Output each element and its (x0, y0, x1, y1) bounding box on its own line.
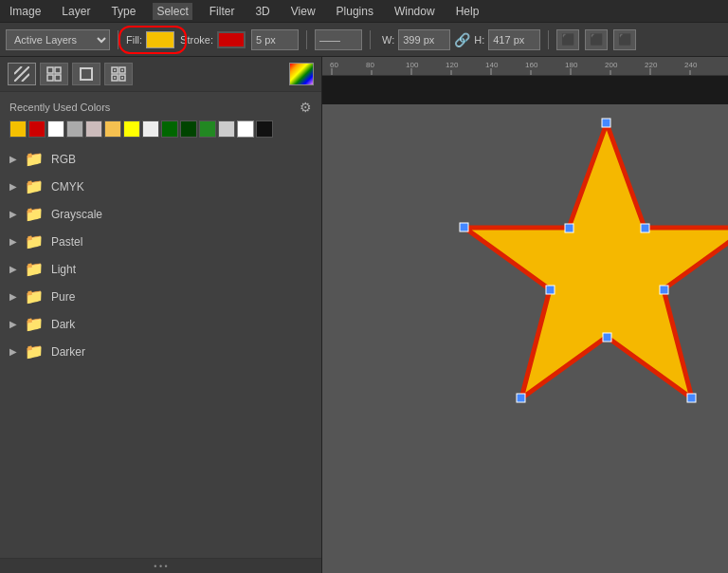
svg-line-0 (14, 66, 29, 82)
swatch-13[interactable] (256, 120, 273, 138)
svg-point-12 (114, 69, 116, 71)
color-group-grayscale-label: Grayscale (51, 208, 102, 221)
ruler-svg: 60 80 100 120 140 160 180 200 220 240 (322, 57, 728, 75)
swatch-12[interactable] (237, 120, 254, 138)
handle-inner-upper-right (641, 224, 649, 232)
menu-help[interactable]: Help (452, 3, 483, 20)
align-left-button[interactable]: ⬛ (556, 29, 579, 50)
color-group-cmyk[interactable]: ▶ 📁 CMYK (0, 173, 321, 200)
handle-inner-upper-left (565, 224, 573, 232)
folder-grayscale-icon: 📁 (25, 205, 44, 223)
view-tabs (0, 57, 321, 92)
color-group-pastel[interactable]: ▶ 📁 Pastel (0, 228, 321, 255)
canvas-top-strip (322, 76, 728, 104)
swatch-10[interactable] (199, 120, 216, 138)
swatch-11[interactable] (218, 120, 235, 138)
color-group-rgb[interactable]: ▶ 📁 RGB (0, 145, 321, 173)
svg-text:60: 60 (330, 61, 338, 69)
fill-color-swatch[interactable] (146, 31, 174, 48)
chevron-dark-icon: ▶ (9, 319, 17, 329)
handle-inner-right (660, 286, 668, 294)
color-group-darker-label: Darker (51, 345, 85, 359)
panel-resize-handle[interactable]: • • • (0, 558, 321, 573)
recently-used-title: Recently Used Colors (9, 102, 110, 113)
swatch-9[interactable] (180, 120, 197, 138)
color-group-dark[interactable]: ▶ 📁 Dark (0, 310, 321, 338)
menu-filter[interactable]: Filter (206, 3, 239, 20)
color-picker-button[interactable] (289, 63, 314, 85)
layer-dropdown[interactable]: Active Layers (6, 29, 110, 50)
swatch-2[interactable] (47, 120, 64, 138)
svg-text:180: 180 (565, 61, 578, 69)
swatch-5[interactable] (104, 120, 121, 138)
chevron-pure-icon: ▶ (9, 291, 17, 302)
line-style-selector[interactable]: —— (315, 29, 362, 50)
color-group-rgb-label: RGB (51, 153, 76, 166)
svg-point-14 (114, 77, 116, 79)
folder-darker-icon: 📁 (25, 342, 44, 360)
stroke-label: Stroke: (180, 34, 213, 46)
transform-button[interactable]: ⬛ (613, 29, 636, 50)
svg-point-13 (121, 69, 123, 71)
align-center-button[interactable]: ⬛ (585, 29, 608, 50)
folder-cmyk-icon: 📁 (25, 177, 44, 195)
menu-image[interactable]: Image (6, 3, 45, 20)
swatch-1[interactable] (28, 120, 46, 138)
svg-line-2 (22, 74, 29, 82)
color-group-grayscale[interactable]: ▶ 📁 Grayscale (0, 200, 321, 228)
canvas-area[interactable]: 60 80 100 120 140 160 180 200 220 240 (322, 57, 728, 573)
chevron-rgb-icon: ▶ (9, 154, 17, 164)
stroke-color-swatch[interactable] (217, 31, 246, 48)
color-swatches (9, 120, 312, 138)
menu-select[interactable]: Select (153, 3, 191, 20)
toolbar-separator-1 (118, 30, 118, 49)
star-svg[interactable] (455, 114, 728, 427)
left-panel: Recently Used Colors ⚙ (0, 57, 322, 573)
menu-window[interactable]: Window (391, 3, 439, 20)
menu-view[interactable]: View (287, 3, 319, 20)
color-group-light[interactable]: ▶ 📁 Light (0, 255, 321, 283)
swatch-4[interactable] (85, 120, 102, 138)
svg-text:100: 100 (406, 61, 419, 69)
menu-plugins[interactable]: Plugins (333, 3, 377, 20)
fill-section: Fill: (126, 31, 174, 48)
toolbar-separator-4 (548, 30, 549, 49)
swatch-7[interactable] (142, 120, 159, 138)
swatch-0[interactable] (9, 120, 27, 138)
color-group-pure-label: Pure (51, 290, 75, 304)
color-group-pure[interactable]: ▶ 📁 Pure (0, 283, 321, 310)
width-input[interactable] (398, 29, 450, 50)
svg-text:160: 160 (525, 61, 538, 69)
color-group-pastel-label: Pastel (51, 235, 82, 249)
width-group: W: 🔗 H: (382, 29, 540, 50)
svg-line-1 (14, 66, 22, 74)
menu-layer[interactable]: Layer (58, 3, 94, 20)
recently-used-section: Recently Used Colors ⚙ (0, 92, 321, 141)
svg-text:140: 140 (485, 61, 499, 69)
ruler-top: 60 80 100 120 140 160 180 200 220 240 (322, 57, 728, 76)
view-tab-diagonal[interactable] (8, 63, 36, 85)
menu-3d[interactable]: 3D (251, 3, 273, 20)
svg-rect-3 (47, 67, 53, 73)
svg-text:200: 200 (605, 61, 618, 69)
height-input[interactable] (488, 29, 540, 50)
swatch-6[interactable] (123, 120, 140, 138)
stroke-section: Stroke: (180, 31, 246, 48)
view-tab-square[interactable] (72, 63, 100, 85)
swatch-8[interactable] (161, 120, 178, 138)
link-dimensions-icon[interactable]: 🔗 (454, 32, 470, 47)
view-tab-grid4[interactable] (40, 63, 68, 85)
color-group-darker[interactable]: ▶ 📁 Darker (0, 338, 321, 365)
handle-left (460, 223, 468, 231)
menu-type[interactable]: Type (107, 3, 139, 20)
svg-rect-5 (47, 75, 53, 81)
swatch-3[interactable] (66, 120, 83, 138)
toolbar-separator-3 (370, 30, 371, 49)
handle-inner-left (546, 286, 555, 294)
toolbar-separator-2 (306, 30, 307, 49)
stroke-width-input[interactable] (251, 29, 299, 50)
star-container[interactable] (455, 114, 728, 417)
chevron-light-icon: ▶ (9, 264, 17, 274)
view-tab-dotgrid[interactable] (104, 63, 133, 85)
settings-icon[interactable]: ⚙ (300, 100, 312, 115)
